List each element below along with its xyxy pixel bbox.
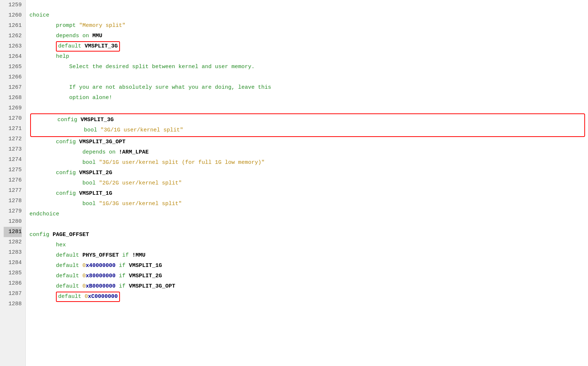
default-vmsplit3g-highlight: default VMSPLIT_3G <box>56 41 120 52</box>
line-num-1274: 1274 <box>4 155 22 165</box>
line-numbers: 1259 1260 1261 1262 1263 1264 1265 1266 … <box>0 0 26 366</box>
line-num-1267: 1267 <box>4 82 22 93</box>
code-line-1262: depends on MMU <box>29 31 588 41</box>
line-num-1282: 1282 <box>4 237 22 247</box>
line-num-1265: 1265 <box>4 62 22 72</box>
code-line-1276: bool "2G/2G user/kernel split" <box>29 178 588 189</box>
line-num-1263: 1263 <box>4 41 22 52</box>
line-num-1262: 1262 <box>4 31 22 41</box>
code-line-1264: help <box>29 52 588 62</box>
code-line-1261: prompt "Memory split" <box>29 21 588 31</box>
line-num-1266: 1266 <box>4 72 22 82</box>
code-line-1278: bool "1G/3G user/kernel split" <box>29 199 588 209</box>
code-line-1281: config PAGE_OFFSET <box>29 230 588 240</box>
code-line-1280 <box>29 219 588 230</box>
code-line-1273: depends on !ARM_LPAE <box>29 147 588 158</box>
line-num-1260: 1260 <box>4 10 22 21</box>
code-line-1270: config VMSPLIT_3G <box>31 115 582 125</box>
code-line-1267: If you are not absolutely sure what you … <box>29 82 588 93</box>
code-line-1260: choice <box>29 10 588 21</box>
line-num-1280: 1280 <box>4 217 22 227</box>
line-num-1281: 1281 <box>4 227 22 237</box>
code-line-1285: default 0x80000000 if VMSPLIT_2G <box>29 271 588 281</box>
code-line-1271: bool "3G/1G user/kernel split" <box>31 125 582 136</box>
code-line-1265: Select the desired split between kernel … <box>29 62 588 72</box>
code-line-1286: default 0xB0000000 if VMSPLIT_3G_OPT <box>29 281 588 292</box>
line-num-1278: 1278 <box>4 196 22 206</box>
code-line-1279: endchoice <box>29 209 588 219</box>
line-num-1279: 1279 <box>4 206 22 217</box>
line-num-1268: 1268 <box>4 93 22 103</box>
code-line-1288 <box>29 302 588 312</box>
line-num-1272: 1272 <box>4 134 22 144</box>
line-num-1277: 1277 <box>4 186 22 196</box>
line-num-1273: 1273 <box>4 144 22 155</box>
line-num-1271: 1271 <box>4 124 22 134</box>
line-num-1276: 1276 <box>4 175 22 186</box>
line-num-1259: 1259 <box>4 0 22 10</box>
line-num-1285: 1285 <box>4 268 22 278</box>
code-line-1277: config VMSPLIT_1G <box>29 189 588 199</box>
default-hex-highlight: default 0xC0000000 <box>56 292 120 302</box>
code-line-1287: default 0xC0000000 <box>29 292 588 302</box>
code-line-1269 <box>29 103 588 113</box>
line-num-1283: 1283 <box>4 247 22 258</box>
code-editor: 1259 1260 1261 1262 1263 1264 1265 1266 … <box>0 0 588 366</box>
line-num-1261: 1261 <box>4 21 22 31</box>
line-num-1275: 1275 <box>4 165 22 175</box>
code-line-1266 <box>29 72 588 82</box>
line-num-1270: 1270 <box>4 113 22 124</box>
code-content: choice prompt "Memory split" depends on … <box>26 0 588 366</box>
code-line-1263: default VMSPLIT_3G <box>29 41 588 52</box>
line-num-1286: 1286 <box>4 278 22 289</box>
line-num-1284: 1284 <box>4 258 22 268</box>
code-line-1284: default 0x40000000 if VMSPLIT_1G <box>29 261 588 271</box>
code-line-1282: hex <box>29 240 588 250</box>
code-line-1268: option alone! <box>29 93 588 103</box>
code-line-1274: bool "3G/1G user/kernel split (for full … <box>29 158 588 168</box>
line-num-1287: 1287 <box>4 289 22 299</box>
code-line-1272: config VMSPLIT_3G_OPT <box>29 137 588 147</box>
line-num-1264: 1264 <box>4 52 22 62</box>
line-num-1288: 1288 <box>4 299 22 309</box>
code-line-1259 <box>29 0 588 10</box>
line-num-1269: 1269 <box>4 103 22 113</box>
code-line-1283: default PHYS_OFFSET if !MMU <box>29 250 588 261</box>
vmsplit3g-config-block: config VMSPLIT_3G bool "3G/1G user/kerne… <box>29 113 588 137</box>
code-line-1275: config VMSPLIT_2G <box>29 168 588 178</box>
